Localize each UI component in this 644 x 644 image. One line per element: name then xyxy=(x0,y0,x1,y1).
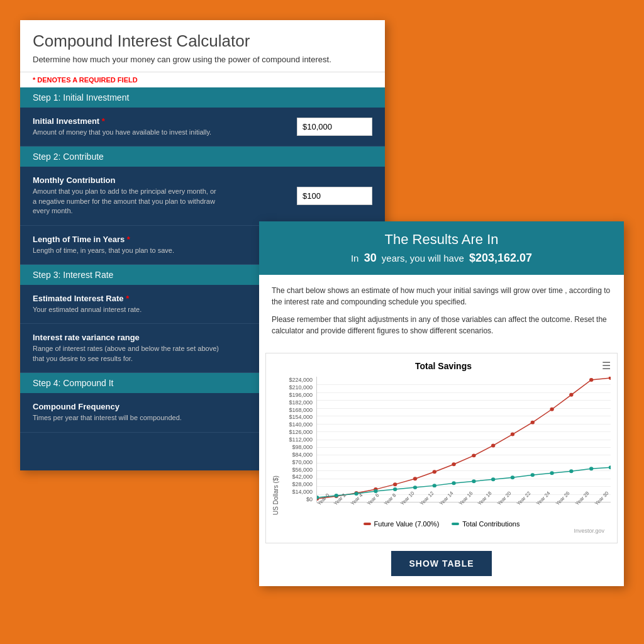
legend-future-value-label: Future Value (7.00%) xyxy=(374,520,440,528)
svg-point-11 xyxy=(531,421,535,425)
results-body: The chart below shows an estimate of how… xyxy=(259,275,624,353)
initial-investment-label: Initial Investment * xyxy=(33,116,297,126)
results-title: The Results Are In xyxy=(272,231,611,248)
compound-freq-desc: Times per year that interest will be com… xyxy=(33,413,221,423)
chart-svg xyxy=(317,377,611,502)
y-axis-label: US Dollars ($) xyxy=(272,377,279,515)
svg-point-4 xyxy=(393,482,397,486)
variance-range-label: Interest rate variance range xyxy=(33,333,297,342)
svg-point-15 xyxy=(609,377,611,380)
svg-point-10 xyxy=(511,433,514,436)
svg-point-31 xyxy=(609,465,611,469)
svg-point-26 xyxy=(511,475,514,479)
initial-investment-desc: Amount of money that you have available … xyxy=(33,128,221,137)
legend-future-value: Future Value (7.00%) xyxy=(364,520,440,528)
length-of-time-info: Length of Time in Years * Length of time… xyxy=(33,235,297,255)
chart-title-row: Total Savings ☰ xyxy=(272,360,611,372)
required-star-3: * xyxy=(126,294,129,303)
variance-range-desc: Range of interest rates (above and below… xyxy=(33,344,221,364)
legend-contributions: Total Contributions xyxy=(452,520,519,528)
svg-point-24 xyxy=(472,479,475,483)
chart-plot xyxy=(316,377,611,502)
chart-legend: Future Value (7.00%) Total Contributions xyxy=(272,520,611,528)
svg-point-13 xyxy=(569,393,573,397)
svg-point-28 xyxy=(550,471,553,475)
svg-point-8 xyxy=(472,453,475,457)
svg-point-20 xyxy=(393,487,397,491)
results-amount: $203,162.07 xyxy=(469,252,532,264)
show-table-button[interactable]: SHOW TABLE xyxy=(391,551,492,576)
compound-freq-label: Compound Frequency xyxy=(33,402,297,411)
variance-range-info: Interest rate variance range Range of in… xyxy=(33,333,297,364)
calc-header: Compound Interest Calculator Determine h… xyxy=(20,20,385,72)
y-labels: $224,000 $210,000 $196,000 $182,000 $168… xyxy=(282,377,314,502)
results-summary-prefix: In xyxy=(351,253,359,264)
required-star-note: * DENOTES A REQUIRED FIELD xyxy=(33,76,138,84)
results-panel: The Results Are In In 30 years, you will… xyxy=(259,221,624,586)
interest-rate-label: Estimated Interest Rate * xyxy=(33,294,297,303)
interest-rate-desc: Your estimated annual interest rate. xyxy=(33,305,221,314)
svg-point-30 xyxy=(589,467,593,470)
main-container: Compound Interest Calculator Determine h… xyxy=(20,20,624,624)
results-desc1: The chart below shows an estimate of how… xyxy=(272,285,611,308)
monthly-contribution-input[interactable] xyxy=(297,187,372,205)
monthly-contribution-desc: Amount that you plan to add to the princ… xyxy=(33,187,221,216)
monthly-contribution-label: Monthly Contribution xyxy=(33,175,297,185)
svg-point-21 xyxy=(413,486,417,489)
initial-investment-info: Initial Investment * Amount of money tha… xyxy=(33,116,297,137)
investor-credit: Investor.gov xyxy=(272,528,604,534)
length-of-time-label: Length of Time in Years * xyxy=(33,235,297,244)
initial-investment-input[interactable] xyxy=(297,118,372,136)
required-star-2: * xyxy=(127,235,130,244)
calc-title: Compound Interest Calculator xyxy=(33,31,372,51)
calc-subtitle: Determine how much your money can grow u… xyxy=(33,55,372,64)
legend-dot-teal xyxy=(452,523,459,525)
length-of-time-desc: Length of time, in years, that you plan … xyxy=(33,246,221,255)
chart-inner: $224,000 $210,000 $196,000 $182,000 $168… xyxy=(282,377,611,515)
step2-header: Step 2: Contribute xyxy=(20,147,385,167)
required-note: * DENOTES A REQUIRED FIELD xyxy=(20,72,385,87)
legend-dot-red xyxy=(364,523,371,525)
svg-point-23 xyxy=(452,481,455,485)
svg-point-22 xyxy=(433,484,436,487)
step1-header: Step 1: Initial Investment xyxy=(20,87,385,108)
x-labels: Year 0 Year 2 Year 4 Year 6 Year 8 Year … xyxy=(316,502,611,515)
svg-point-9 xyxy=(491,443,495,447)
results-header: The Results Are In In 30 years, you will… xyxy=(259,221,624,275)
svg-point-5 xyxy=(413,477,417,480)
svg-point-14 xyxy=(589,378,593,382)
svg-point-27 xyxy=(531,473,535,477)
interest-rate-info: Estimated Interest Rate * Your estimated… xyxy=(33,294,297,314)
compound-freq-info: Compound Frequency Times per year that i… xyxy=(33,402,297,423)
chart-area: US Dollars ($) $224,000 $210,000 $196,00… xyxy=(272,377,611,515)
results-desc2: Please remember that slight adjustments … xyxy=(272,314,611,336)
chart-container: Total Savings ☰ US Dollars ($) $224,000 … xyxy=(265,353,618,543)
svg-point-29 xyxy=(569,469,573,473)
results-years: 30 xyxy=(364,252,377,264)
legend-contributions-label: Total Contributions xyxy=(462,520,519,528)
svg-point-12 xyxy=(550,408,553,411)
chart-title: Total Savings xyxy=(285,361,602,371)
results-summary: In 30 years, you will have $203,162.07 xyxy=(272,252,611,265)
initial-investment-row: Initial Investment * Amount of money tha… xyxy=(20,108,385,147)
required-star-1: * xyxy=(102,116,105,126)
monthly-contribution-row: Monthly Contribution Amount that you pla… xyxy=(20,167,385,225)
svg-point-25 xyxy=(491,477,495,481)
chart-menu-icon[interactable]: ☰ xyxy=(602,360,611,372)
svg-point-7 xyxy=(452,462,455,466)
monthly-contribution-info: Monthly Contribution Amount that you pla… xyxy=(33,175,297,216)
svg-point-6 xyxy=(433,470,436,474)
results-summary-middle: years, you will have xyxy=(382,253,464,264)
